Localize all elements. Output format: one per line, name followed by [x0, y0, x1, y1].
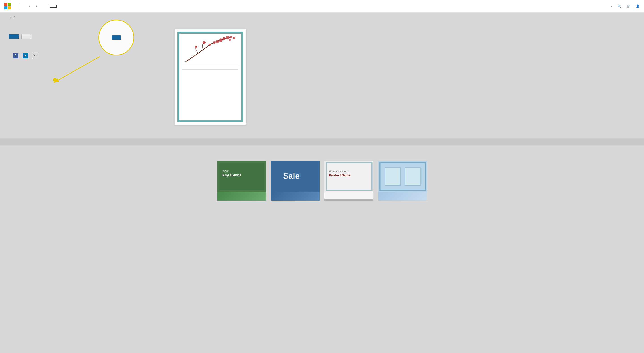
cart-icon: 🛒	[626, 4, 630, 8]
svg-text:Key Event: Key Event	[222, 173, 241, 177]
svg-point-11	[226, 36, 229, 39]
preview-text-area	[181, 62, 240, 118]
svg-text:f: f	[14, 54, 16, 58]
content-left: f in	[9, 29, 161, 59]
preview-footer	[182, 69, 238, 70]
svg-point-13	[216, 40, 219, 43]
svg-point-19	[209, 43, 211, 46]
template-card-art-4	[378, 161, 427, 192]
facebook-share-button[interactable]: f	[12, 52, 19, 59]
template-card-art-3: PRODUCT/SERVICE Product Name	[324, 161, 374, 192]
search-icon: 🔍	[618, 4, 621, 8]
svg-point-9	[219, 38, 223, 42]
breadcrumb: / /	[0, 12, 644, 22]
svg-point-14	[213, 41, 216, 44]
search-button[interactable]: 🔍	[616, 4, 621, 8]
nav-links: ⌄ ⌄	[26, 4, 609, 8]
svg-rect-2	[4, 6, 8, 9]
edit-in-browser-button[interactable]	[22, 34, 32, 39]
nav-right: ⌄ 🔍 🛒 👤	[609, 4, 640, 8]
svg-text:PRODUCT/SERVICE: PRODUCT/SERVICE	[329, 170, 348, 172]
template-card-label-3	[324, 199, 373, 201]
breadcrumb-sep-1: /	[10, 16, 11, 19]
all-microsoft-menu[interactable]: ⌄	[609, 5, 612, 7]
resources-chevron-icon: ⌄	[36, 5, 37, 7]
svg-text:in: in	[24, 54, 26, 58]
svg-rect-3	[8, 6, 11, 9]
navigation: ⌄ ⌄ ⌄ 🔍 🛒 👤	[0, 0, 644, 12]
more-templates-section: Event Key Event Sale PRODUCT/SERVICE Pro…	[0, 145, 644, 205]
preview-cherry-art	[181, 35, 240, 62]
breadcrumb-sep-2: /	[14, 16, 15, 19]
template-preview	[174, 29, 246, 125]
nav-resources[interactable]: ⌄	[33, 4, 39, 8]
svg-point-16	[233, 37, 236, 39]
cherry-blossom-svg	[181, 35, 240, 62]
svg-text:Sale: Sale	[283, 171, 300, 181]
products-chevron-icon: ⌄	[28, 5, 30, 7]
email-icon	[33, 53, 38, 58]
facebook-icon: f	[13, 53, 18, 58]
svg-point-15	[228, 39, 231, 41]
preview-divider	[182, 65, 238, 65]
svg-text:Product Name: Product Name	[329, 174, 350, 177]
logo[interactable]	[4, 3, 12, 9]
nav-templates[interactable]	[40, 5, 44, 7]
share-row: f in	[9, 52, 161, 59]
svg-point-17	[202, 41, 206, 44]
template-card[interactable]	[378, 161, 427, 201]
linkedin-icon: in	[23, 53, 28, 58]
sign-in-button[interactable]: 👤	[635, 4, 640, 8]
template-card-art-2: Sale	[271, 161, 320, 192]
email-share-button[interactable]	[32, 52, 38, 59]
svg-point-18	[195, 45, 198, 48]
svg-rect-8	[33, 53, 38, 58]
nav-support[interactable]	[44, 5, 48, 7]
svg-rect-0	[4, 3, 8, 6]
svg-text:Event: Event	[222, 170, 228, 173]
action-buttons	[9, 34, 161, 39]
template-card[interactable]: Sale	[270, 161, 320, 201]
svg-rect-1	[8, 3, 11, 6]
linkedin-share-button[interactable]: in	[22, 52, 28, 59]
user-icon: 👤	[636, 4, 640, 8]
template-card[interactable]: PRODUCT/SERVICE Product Name	[324, 161, 374, 201]
svg-point-12	[230, 36, 232, 38]
microsoft-logo-icon	[4, 3, 11, 9]
template-card-art-1: Event Key Event	[217, 161, 266, 192]
all-microsoft-chevron-icon: ⌄	[610, 5, 612, 7]
buy-office-button[interactable]	[50, 5, 56, 7]
download-button[interactable]	[9, 34, 19, 39]
section-divider	[0, 138, 644, 145]
svg-point-10	[223, 37, 226, 40]
main-content: f in	[0, 22, 644, 138]
svg-rect-34	[385, 168, 400, 185]
cart-button[interactable]: 🛒	[626, 4, 630, 8]
preview-inner	[181, 35, 240, 118]
svg-rect-35	[405, 168, 420, 185]
nav-products[interactable]: ⌄	[26, 4, 32, 8]
content-right	[174, 29, 246, 125]
template-card[interactable]: Event Key Event	[217, 161, 266, 201]
templates-row: Event Key Event Sale PRODUCT/SERVICE Pro…	[9, 161, 635, 201]
